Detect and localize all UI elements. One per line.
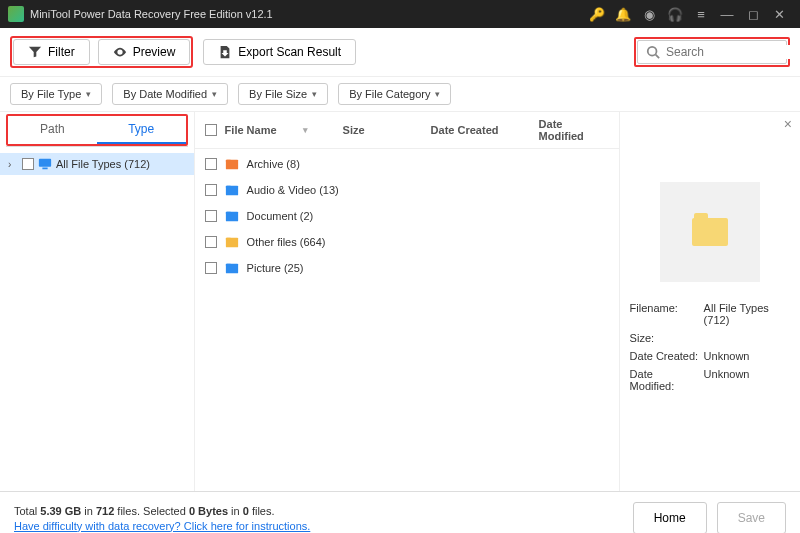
export-icon [218,45,232,59]
checkbox[interactable] [205,184,217,196]
bell-icon[interactable]: 🔔 [610,7,636,22]
sort-icon: ▾ [303,125,308,135]
file-row[interactable]: Audio & Video (13) [205,181,609,199]
svg-line-1 [656,55,660,59]
tab-path[interactable]: Path [8,116,97,144]
meta-dm-val: Unknown [704,368,790,392]
meta-filename-key: Filename: [630,302,700,326]
file-name: Archive (8) [247,158,609,170]
status-text: Total 5.39 GB in 712 files. Selected 0 B… [14,505,310,517]
home-button[interactable]: Home [633,502,707,533]
col-date-created[interactable]: Date Created [431,124,531,136]
search-input[interactable] [666,45,800,59]
filter-button[interactable]: Filter [13,39,90,65]
app-logo [8,6,24,22]
globe-icon[interactable]: ◉ [636,7,662,22]
close-window-icon[interactable]: ✕ [766,7,792,22]
toolbar: Filter Preview Export Scan Result [0,28,800,77]
preview-button[interactable]: Preview [98,39,191,65]
folder-type-icon [225,157,239,171]
by-file-size[interactable]: By File Size▾ [238,83,328,105]
filter-row: By File Type▾ By Date Modified▾ By File … [0,77,800,111]
col-size[interactable]: Size [343,124,423,136]
file-list: Archive (8)Audio & Video (13)Document (2… [195,149,619,283]
svg-rect-11 [225,238,230,241]
svg-point-0 [648,47,657,56]
file-name: Audio & Video (13) [247,184,609,196]
checkbox[interactable] [205,210,217,222]
key-icon[interactable]: 🔑 [584,7,610,22]
filter-icon [28,45,42,59]
folder-icon [692,218,728,246]
file-row[interactable]: Document (2) [205,207,609,225]
tree-root[interactable]: › All File Types (712) [0,153,194,175]
left-panel: Path Type › All File Types (712) [0,112,195,491]
meta-dm-key: Date Modified: [630,368,700,392]
tree: › All File Types (712) [0,147,194,181]
folder-type-icon [225,235,239,249]
export-button[interactable]: Export Scan Result [203,39,356,65]
minimize-icon[interactable]: — [714,7,740,22]
svg-rect-3 [42,168,47,170]
meta-filename-val: All File Types (712) [704,302,790,326]
menu-icon[interactable]: ≡ [688,7,714,22]
preview-panel: × Filename: All File Types (712) Size: D… [619,112,800,491]
chevron-down-icon: ▾ [435,89,440,99]
preview-meta: Filename: All File Types (712) Size: Dat… [630,302,790,392]
eye-icon [113,45,127,59]
file-name: Document (2) [247,210,609,222]
search-icon [646,45,660,59]
chevron-down-icon: ▾ [312,89,317,99]
by-date-modified[interactable]: By Date Modified▾ [112,83,228,105]
meta-size-val [704,332,790,344]
tree-tabs: Path Type [6,112,188,147]
file-row[interactable]: Archive (8) [205,155,609,173]
headset-icon[interactable]: 🎧 [662,7,688,22]
preview-thumbnail [660,182,760,282]
by-file-type[interactable]: By File Type▾ [10,83,102,105]
close-preview-icon[interactable]: × [784,116,792,132]
svg-rect-9 [225,212,230,215]
checkbox[interactable] [205,236,217,248]
col-filename[interactable]: File Name▾ [225,124,335,136]
by-file-category[interactable]: By File Category▾ [338,83,451,105]
svg-rect-2 [39,159,51,167]
checkbox[interactable] [205,262,217,274]
checkbox[interactable] [205,158,217,170]
file-row[interactable]: Picture (25) [205,259,609,277]
tab-type[interactable]: Type [97,116,186,144]
tree-root-label: All File Types (712) [56,158,150,170]
svg-rect-7 [225,186,230,189]
highlight-search [634,37,790,67]
save-button[interactable]: Save [717,502,786,533]
svg-rect-5 [225,160,230,163]
select-all-checkbox[interactable] [205,124,217,136]
svg-rect-13 [225,264,230,267]
monitor-icon [38,157,52,171]
chevron-down-icon: ▾ [86,89,91,99]
checkbox[interactable] [22,158,34,170]
highlight-filter-preview: Filter Preview [10,36,193,68]
list-header: File Name▾ Size Date Created Date Modifi… [195,112,619,149]
meta-dc-val: Unknown [704,350,790,362]
highlight-tabs: Path Type [6,114,188,146]
search-box[interactable] [637,40,787,64]
maximize-icon[interactable]: ◻ [740,7,766,22]
app-title: MiniTool Power Data Recovery Free Editio… [30,8,584,20]
titlebar: MiniTool Power Data Recovery Free Editio… [0,0,800,28]
col-date-modified[interactable]: Date Modified [539,118,609,142]
file-list-panel: File Name▾ Size Date Created Date Modifi… [195,112,619,491]
folder-type-icon [225,183,239,197]
meta-size-key: Size: [630,332,700,344]
chevron-right-icon[interactable]: › [8,159,18,170]
folder-type-icon [225,261,239,275]
chevron-down-icon: ▾ [212,89,217,99]
main-content: Path Type › All File Types (712) File Na… [0,111,800,491]
help-link[interactable]: Have difficulty with data recovery? Clic… [14,520,310,532]
folder-type-icon [225,209,239,223]
file-row[interactable]: Other files (664) [205,233,609,251]
file-name: Picture (25) [247,262,609,274]
meta-dc-key: Date Created: [630,350,700,362]
file-name: Other files (664) [247,236,609,248]
footer: Total 5.39 GB in 712 files. Selected 0 B… [0,491,800,533]
